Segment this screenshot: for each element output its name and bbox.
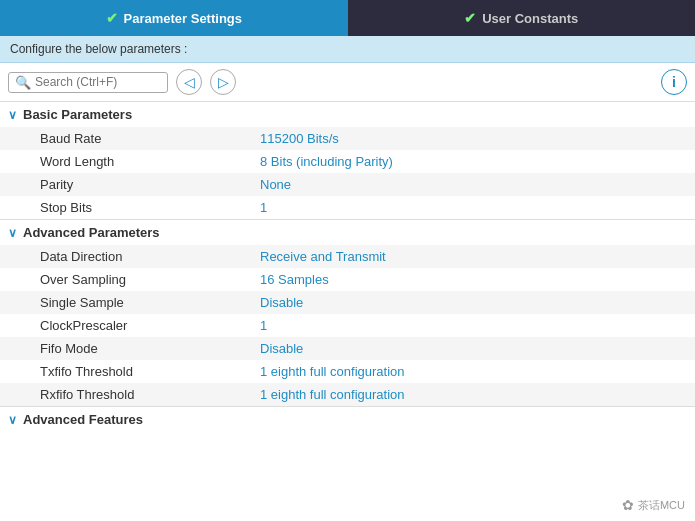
param-row-advanced-parameters-1: Over Sampling 16 Samples bbox=[0, 268, 695, 291]
section-label-advanced-parameters: Advanced Parameters bbox=[23, 225, 160, 240]
section-label-basic-parameters: Basic Parameters bbox=[23, 107, 132, 122]
param-value-advanced-parameters-0: Receive and Transmit bbox=[260, 249, 386, 264]
search-icon: 🔍 bbox=[15, 75, 31, 90]
tab-user-constants[interactable]: ✔ User Constants bbox=[348, 0, 696, 36]
watermark-icon: ✿ bbox=[622, 497, 634, 513]
param-name-advanced-parameters-0: Data Direction bbox=[40, 249, 260, 264]
param-row-basic-parameters-2: Parity None bbox=[0, 173, 695, 196]
chevron-icon-basic-parameters: ∨ bbox=[8, 108, 17, 122]
param-row-advanced-parameters-3: ClockPrescaler 1 bbox=[0, 314, 695, 337]
arrow-left-icon: ◁ bbox=[184, 74, 195, 90]
param-name-basic-parameters-1: Word Length bbox=[40, 154, 260, 169]
nav-prev-button[interactable]: ◁ bbox=[176, 69, 202, 95]
param-value-basic-parameters-2: None bbox=[260, 177, 291, 192]
param-row-advanced-parameters-2: Single Sample Disable bbox=[0, 291, 695, 314]
param-value-advanced-parameters-3: 1 bbox=[260, 318, 267, 333]
search-bar: 🔍 ◁ ▷ i bbox=[0, 63, 695, 102]
section-label-advanced-features: Advanced Features bbox=[23, 412, 143, 427]
param-value-advanced-parameters-5: 1 eighth full configuration bbox=[260, 364, 405, 379]
tab-parameter-settings[interactable]: ✔ Parameter Settings bbox=[0, 0, 348, 36]
watermark-text: 茶话MCU bbox=[638, 498, 685, 513]
nav-next-button[interactable]: ▷ bbox=[210, 69, 236, 95]
param-name-advanced-parameters-4: Fifo Mode bbox=[40, 341, 260, 356]
config-bar-text: Configure the below parameters : bbox=[10, 42, 187, 56]
param-row-advanced-parameters-4: Fifo Mode Disable bbox=[0, 337, 695, 360]
app-container: ✔ Parameter Settings ✔ User Constants Co… bbox=[0, 0, 695, 511]
watermark: ✿ 茶话MCU bbox=[622, 497, 685, 513]
search-wrapper: 🔍 bbox=[8, 72, 168, 93]
param-value-advanced-parameters-4: Disable bbox=[260, 341, 303, 356]
param-name-advanced-parameters-5: Txfifo Threshold bbox=[40, 364, 260, 379]
section-header-advanced-parameters[interactable]: ∨ Advanced Parameters bbox=[0, 220, 695, 245]
param-value-basic-parameters-1: 8 Bits (including Parity) bbox=[260, 154, 393, 169]
param-row-advanced-parameters-0: Data Direction Receive and Transmit bbox=[0, 245, 695, 268]
section-header-basic-parameters[interactable]: ∨ Basic Parameters bbox=[0, 102, 695, 127]
param-value-basic-parameters-0: 115200 Bits/s bbox=[260, 131, 339, 146]
param-row-basic-parameters-0: Baud Rate 115200 Bits/s bbox=[0, 127, 695, 150]
param-row-basic-parameters-3: Stop Bits 1 bbox=[0, 196, 695, 219]
chevron-icon-advanced-features: ∨ bbox=[8, 413, 17, 427]
param-name-basic-parameters-0: Baud Rate bbox=[40, 131, 260, 146]
info-icon: i bbox=[672, 74, 676, 90]
arrow-right-icon: ▷ bbox=[218, 74, 229, 90]
param-name-advanced-parameters-2: Single Sample bbox=[40, 295, 260, 310]
param-value-basic-parameters-3: 1 bbox=[260, 200, 267, 215]
param-name-basic-parameters-3: Stop Bits bbox=[40, 200, 260, 215]
chevron-icon-advanced-parameters: ∨ bbox=[8, 226, 17, 240]
param-row-advanced-parameters-6: Rxfifo Threshold 1 eighth full configura… bbox=[0, 383, 695, 406]
param-value-advanced-parameters-2: Disable bbox=[260, 295, 303, 310]
info-button[interactable]: i bbox=[661, 69, 687, 95]
check-icon-user: ✔ bbox=[464, 10, 476, 26]
tab-bar: ✔ Parameter Settings ✔ User Constants bbox=[0, 0, 695, 36]
section-header-advanced-features[interactable]: ∨ Advanced Features bbox=[0, 407, 695, 432]
search-input[interactable] bbox=[35, 75, 165, 89]
tab-user-label: User Constants bbox=[482, 11, 578, 26]
param-row-basic-parameters-1: Word Length 8 Bits (including Parity) bbox=[0, 150, 695, 173]
param-name-advanced-parameters-6: Rxfifo Threshold bbox=[40, 387, 260, 402]
param-value-advanced-parameters-1: 16 Samples bbox=[260, 272, 329, 287]
param-value-advanced-parameters-6: 1 eighth full configuration bbox=[260, 387, 405, 402]
param-row-advanced-parameters-5: Txfifo Threshold 1 eighth full configura… bbox=[0, 360, 695, 383]
check-icon-param: ✔ bbox=[106, 10, 118, 26]
param-name-advanced-parameters-1: Over Sampling bbox=[40, 272, 260, 287]
config-bar: Configure the below parameters : bbox=[0, 36, 695, 63]
params-container: ∨ Basic Parameters Baud Rate 115200 Bits… bbox=[0, 102, 695, 511]
tab-param-label: Parameter Settings bbox=[124, 11, 243, 26]
param-name-advanced-parameters-3: ClockPrescaler bbox=[40, 318, 260, 333]
param-name-basic-parameters-2: Parity bbox=[40, 177, 260, 192]
